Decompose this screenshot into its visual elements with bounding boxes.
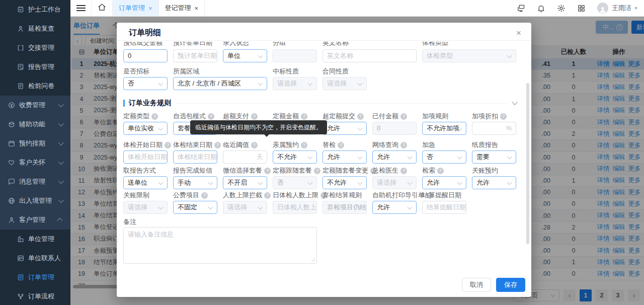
input-field[interactable]: 结算提醒日期: [422, 201, 466, 214]
select-field[interactable]: 允许: [422, 176, 466, 189]
sidebar-subitem[interactable]: 单位联系人: [0, 249, 70, 268]
select-field[interactable]: 不允许: [323, 176, 367, 189]
sidebar-menu[interactable]: 辅助功能: [0, 115, 70, 134]
help-icon: ?: [208, 113, 214, 120]
field-placeholder: 请选择: [277, 80, 297, 87]
select-field[interactable]: 单位: [223, 49, 267, 62]
field-value: 否: [427, 153, 433, 161]
close-icon[interactable]: ×: [516, 29, 521, 37]
user-caret-icon[interactable]: ▼: [634, 6, 638, 11]
sidebar-subitem-label: 订单流程: [28, 292, 54, 301]
sidebar-item[interactable]: 交接管理: [0, 38, 70, 57]
field-label: 加项折扣?: [472, 112, 507, 120]
input-field[interactable]: 英文名称: [323, 49, 417, 62]
form-label-slot: 纸质报告: [472, 141, 522, 149]
remark-textarea[interactable]: 请输入备注信息: [123, 227, 317, 264]
select-field[interactable]: 需要: [472, 150, 516, 164]
select-field[interactable]: 单位实收: [123, 122, 168, 135]
select-field[interactable]: 送单位: [123, 176, 168, 189]
form-label-slot: 日体检人数上限?: [273, 191, 323, 199]
sidebar-menu[interactable]: 收费管理: [0, 96, 70, 115]
sidebar-menu[interactable]: 客户管理: [0, 210, 70, 230]
select-field[interactable]: 允许: [472, 176, 516, 189]
field-value: 不允许: [327, 179, 347, 186]
input-field[interactable]: 0: [123, 49, 168, 62]
field-value: 不固定: [178, 203, 197, 211]
form-field-slot: 需要: [472, 150, 522, 164]
sidebar-subitem-label: 订单管理: [28, 273, 54, 282]
sidebar-menu[interactable]: 客户关怀: [0, 153, 70, 172]
sidebar-subitem[interactable]: 订单管理: [0, 268, 70, 287]
sidebar-menu-label: 消息管理: [19, 177, 45, 186]
input-field[interactable]: 预计签单日期: [173, 49, 217, 62]
select-field[interactable]: 否: [273, 176, 317, 189]
input-field[interactable]: 日体检人数上限: [273, 201, 317, 214]
form-field-slot: 送单位: [123, 176, 173, 189]
modal-scrollbar[interactable]: [526, 83, 529, 244]
form-field-slot: 北京 / 北京市 / 西城区: [173, 77, 273, 90]
select-field[interactable]: 请选择: [273, 77, 317, 90]
cancel-button[interactable]: 取消: [462, 278, 491, 292]
sidebar-menu[interactable]: 消息管理: [0, 172, 70, 191]
sidebar-item[interactable]: 延检复查: [0, 19, 70, 38]
select-field[interactable]: 手动: [173, 176, 217, 189]
form-label-slot: 预计签单日期: [173, 42, 223, 47]
input-field[interactable]: 0: [372, 122, 417, 135]
page-tab[interactable]: 订单管理×: [113, 0, 159, 16]
select-field[interactable]: 允许: [372, 150, 417, 164]
page-tab[interactable]: 登记管理×: [159, 0, 205, 16]
bell-icon[interactable]: [531, 0, 551, 16]
tab-close-icon[interactable]: ×: [148, 5, 152, 12]
form-label-row: 关账限制公费项目?人数上限拦截?日体检人数上限?弃检结算规则自助机打印导引单?结…: [123, 191, 525, 199]
input-field[interactable]: 天: [223, 150, 267, 164]
grid-apps-icon[interactable]: [571, 0, 591, 16]
select-field[interactable]: 请选择: [123, 201, 168, 214]
select-field[interactable]: 不允许加项: [422, 122, 466, 135]
tab-close-icon[interactable]: ×: [195, 5, 199, 12]
order-icon: [17, 274, 24, 281]
field-label: 体检类型: [422, 42, 448, 47]
home-button[interactable]: [92, 0, 113, 16]
sidebar-menu[interactable]: 预约排期: [0, 134, 70, 153]
sidebar-subitem[interactable]: 单位管理: [0, 230, 70, 249]
input-field[interactable]: %: [472, 122, 516, 135]
chevron-down-icon: [58, 140, 64, 145]
avatar[interactable]: [597, 3, 608, 14]
select-field[interactable]: 体检类型: [422, 49, 516, 62]
select-field[interactable]: 请选择: [323, 77, 367, 90]
select-field[interactable]: 不固定: [173, 201, 217, 214]
sidebar-item[interactable]: 检前问卷: [0, 77, 70, 96]
field-suffix: 天: [257, 151, 263, 163]
select-field[interactable]: 允许: [372, 201, 417, 214]
help-icon: ?: [400, 168, 407, 174]
form-field-slot: 允许: [323, 122, 372, 135]
select-field[interactable]: 请选择: [372, 176, 417, 189]
form-field-slot: 弃检项目仍结: [323, 201, 372, 214]
save-button[interactable]: 保存: [496, 278, 525, 292]
multi-window-icon[interactable]: [511, 0, 531, 16]
page-tab-label: 订单管理: [119, 4, 145, 13]
section-collapse-chevron-icon[interactable]: [512, 99, 517, 105]
gear-icon[interactable]: [551, 0, 571, 16]
sidebar-item[interactable]: 护士工作台: [0, 0, 70, 19]
select-field[interactable]: 北京 / 北京市 / 西城区: [173, 77, 267, 90]
sidebar-menu[interactable]: 出入境管理: [0, 191, 70, 210]
select-field[interactable]: 不开启: [223, 176, 267, 189]
sidebar-item[interactable]: 报告管理: [0, 57, 70, 77]
input-field[interactable]: 体检结束日期: [173, 150, 217, 164]
sidebar-subitem[interactable]: 订单流程: [0, 287, 70, 305]
input-field[interactable]: 体检开始日期: [123, 150, 168, 164]
select-field[interactable]: 否: [123, 77, 168, 90]
select-field[interactable]: 请选择: [223, 201, 267, 214]
menu-toggle-button[interactable]: [70, 0, 92, 16]
select-field[interactable]: 不允许: [273, 150, 317, 164]
username[interactable]: 王雨洁: [612, 4, 631, 13]
form-widget-row: 0预计签单日期单位英文名称体检类型: [123, 49, 525, 62]
field-label: 临近阈值?: [223, 141, 258, 149]
select-field[interactable]: 允许: [323, 150, 367, 164]
select-field[interactable]: 允许: [323, 122, 367, 135]
modal-body: 预估成交金额预计签单日期录入状态分组英文名称体检类型0预计签单日期单位英文名称体…: [117, 41, 531, 264]
input-field[interactable]: [273, 49, 317, 62]
select-field[interactable]: 否: [422, 150, 466, 164]
select-field[interactable]: 弃检项目仍结: [323, 201, 367, 214]
